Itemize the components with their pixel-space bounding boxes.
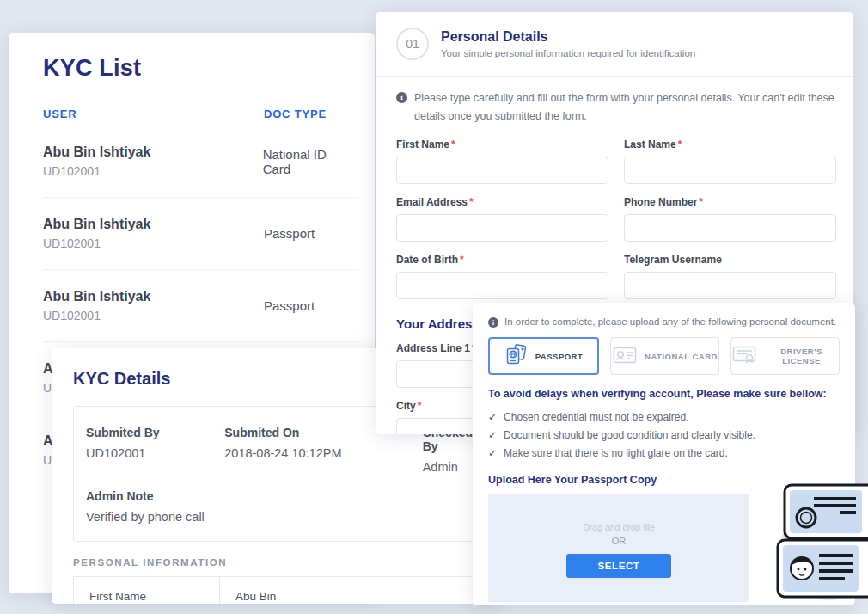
doc-type: National ID Card xyxy=(263,144,358,178)
check-icon: ✓ xyxy=(488,445,497,463)
column-header-doc-type: DOC TYPE xyxy=(264,107,327,120)
doc-option-national-card[interactable]: NATIONAL CARD xyxy=(610,337,719,375)
email-address-label: Email Address* xyxy=(396,196,608,208)
table-cell-value: Abu Bin xyxy=(220,577,485,604)
submitted-by-label: Submited By xyxy=(86,426,224,439)
submitted-on-value: 2018-08-24 10:12PM xyxy=(224,446,422,460)
last-name-label: Last Name* xyxy=(624,138,836,150)
personal-information-section-label: PERSONAL INFORMATION xyxy=(73,557,498,568)
file-dropzone[interactable]: Drag and drop file OR SELECT xyxy=(488,494,749,602)
kyc-list-column-headers: USER DOC TYPE xyxy=(43,107,358,120)
doc-option-passport[interactable]: PASSPORT xyxy=(488,337,599,375)
dropzone-hint: Drag and drop file xyxy=(583,522,654,532)
drivers-license-icon xyxy=(731,344,757,369)
user-id: UD102001 xyxy=(43,309,264,322)
date-of-birth-field[interactable] xyxy=(396,272,608,299)
doc-type: Passport xyxy=(264,217,315,250)
doc-type: Passport xyxy=(264,289,315,322)
page-subtitle: Your simple personal information require… xyxy=(441,48,695,58)
last-name-field[interactable] xyxy=(624,157,836,184)
doc-option-label: DRIVER'S LICENSE xyxy=(764,347,839,365)
doc-option-drivers-license[interactable]: DRIVER'S LICENSE xyxy=(730,337,840,375)
table-row[interactable]: Abu Bin Ishtiyak UD102001 Passport xyxy=(43,198,358,270)
doc-option-label: PASSPORT xyxy=(535,352,584,361)
user-id: UD102001 xyxy=(43,236,264,250)
kyc-list-title: KYC List xyxy=(43,55,358,82)
checklist-item: ✓ Make sure that there is no light glare… xyxy=(488,445,840,463)
submitted-by-value: UD102001 xyxy=(86,446,224,460)
form-note-text: Please type carefully and fill out the f… xyxy=(414,89,836,125)
id-cards-illustration xyxy=(767,480,868,608)
checklist-title: To avoid delays when verifying account, … xyxy=(488,388,840,400)
checklist-item: ✓ Document should be good condition and … xyxy=(488,427,840,445)
passport-card-graphic xyxy=(785,485,868,538)
table-row[interactable]: Abu Bin Ishtiyak UD102001 Passport xyxy=(43,270,358,342)
user-name: Abu Bin Ishtiyak xyxy=(43,217,264,232)
phone-field[interactable] xyxy=(624,214,836,242)
check-icon: ✓ xyxy=(488,408,497,427)
date-of-birth-label: Date of Birth* xyxy=(396,254,608,266)
doc-option-label: NATIONAL CARD xyxy=(645,352,718,361)
info-icon: i xyxy=(396,92,407,103)
info-icon: i xyxy=(488,317,498,328)
checklist-item: ✓ Chosen credential must not be expaired… xyxy=(488,408,840,427)
step-number-badge: 01 xyxy=(396,28,429,60)
user-name: Abu Bin Ishtiyak xyxy=(43,289,264,304)
national-card-icon xyxy=(612,344,638,369)
id-card-graphic xyxy=(778,540,868,597)
checked-by-value: Admin xyxy=(423,460,473,474)
table-cell-label: First Name xyxy=(74,577,220,604)
email-field[interactable] xyxy=(396,214,608,242)
telegram-username-field[interactable] xyxy=(624,272,836,299)
passport-icon xyxy=(504,343,529,370)
dropzone-or-text: OR xyxy=(612,536,627,546)
check-icon: ✓ xyxy=(488,427,497,445)
select-file-button[interactable]: SELECT xyxy=(566,554,672,578)
personal-information-table: First Name Abu Bin xyxy=(73,576,486,604)
admin-note-label: Admin Note xyxy=(86,489,473,503)
telegram-username-label: Telegram Username xyxy=(624,254,836,266)
user-name: Abu Bin Ishtiyak xyxy=(43,144,263,160)
table-row[interactable]: Abu Bin Ishtiyak UD102001 National ID Ca… xyxy=(43,126,358,198)
phone-number-label: Phone Number* xyxy=(624,196,836,208)
admin-note-value: Verified by phone call xyxy=(86,510,473,524)
first-name-field[interactable] xyxy=(396,157,608,184)
column-header-user: USER xyxy=(43,107,264,120)
first-name-label: First Name* xyxy=(396,138,608,150)
user-id: UD102001 xyxy=(43,164,263,178)
upload-note-text: In order to complete, please upload any … xyxy=(504,316,836,328)
page-title: Personal Details xyxy=(441,29,695,45)
